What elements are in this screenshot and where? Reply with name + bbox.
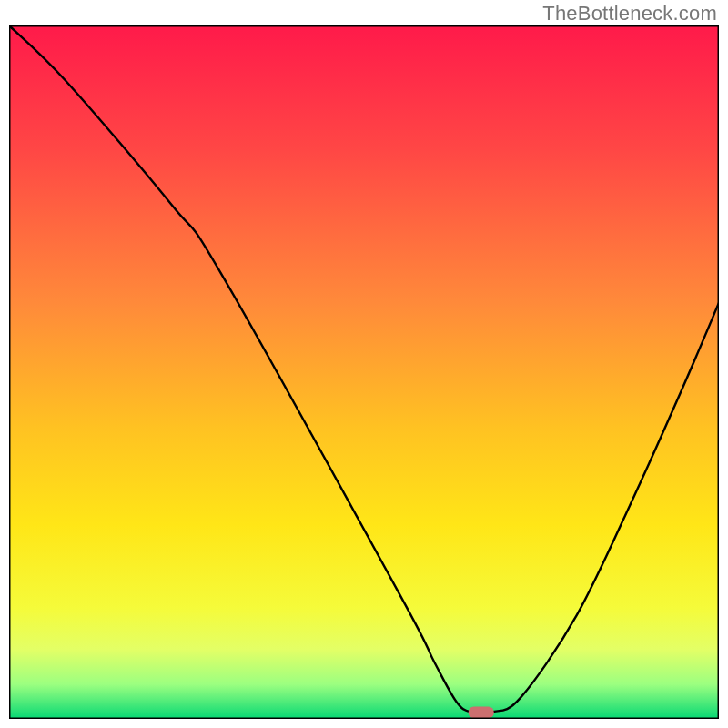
optimal-marker (469, 706, 494, 718)
gradient-background (9, 25, 719, 719)
attribution-text: TheBottleneck.com (542, 2, 717, 25)
bottleneck-chart (9, 25, 719, 719)
chart-frame (9, 25, 719, 719)
